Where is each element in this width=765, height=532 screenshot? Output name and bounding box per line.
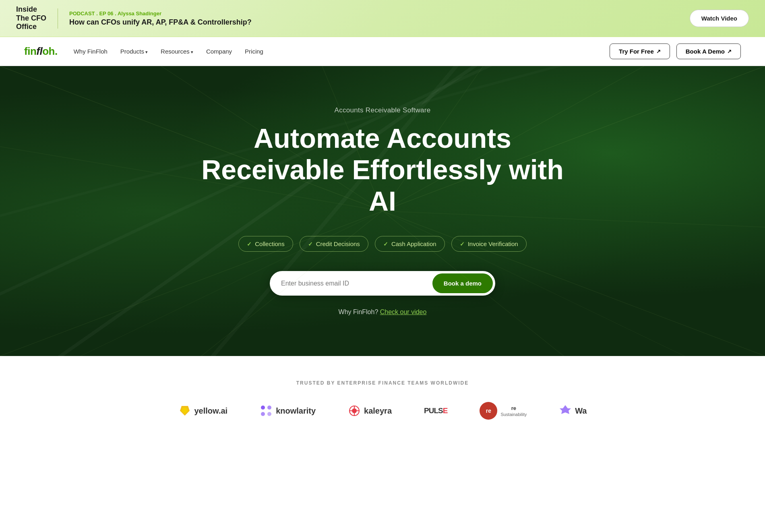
why-finfloh-text: Why FinFloh? Check our video bbox=[339, 308, 427, 316]
kaleyra-name: kaleyra bbox=[364, 406, 392, 416]
banner-text-block: PODCAST . EP 06 . Alyssa Shadinger How c… bbox=[69, 10, 252, 27]
yellow-ai-name: yellow.ai bbox=[194, 406, 228, 416]
nav-left: finfloh. Why FinFloh Products Resources … bbox=[24, 45, 263, 58]
kaleyra-logo: kaleyra bbox=[348, 404, 392, 417]
check-video-link[interactable]: Check our video bbox=[380, 308, 427, 315]
svg-marker-26 bbox=[560, 405, 571, 414]
pill-collections: ✓ Collections bbox=[238, 236, 293, 252]
logos-row: yellow.ai knowlarity bbox=[32, 402, 733, 420]
podcast-label: PODCAST . EP 06 . Alyssa Shadinger bbox=[69, 10, 252, 17]
svg-point-18 bbox=[261, 412, 265, 416]
hero-subtitle: Accounts Receivable Software bbox=[335, 106, 431, 114]
nav-right: Try For Free Book A Demo bbox=[610, 43, 741, 59]
pill-collections-label: Collections bbox=[255, 240, 284, 247]
feature-pills: ✓ Collections ✓ Credit Decisions ✓ Cash … bbox=[238, 236, 526, 252]
re-name: re bbox=[500, 405, 527, 411]
cfo-office-logo: Inside The CFO Office bbox=[16, 5, 46, 31]
pulse-name: PULSE bbox=[424, 406, 447, 415]
kaleyra-icon bbox=[348, 404, 361, 417]
yellow-ai-logo: yellow.ai bbox=[178, 404, 228, 417]
svg-point-17 bbox=[267, 406, 271, 410]
banner-divider bbox=[58, 8, 58, 29]
re-icon: re bbox=[480, 402, 497, 420]
pill-credit-label: Credit Decisions bbox=[316, 240, 360, 247]
navbar: finfloh. Why FinFloh Products Resources … bbox=[0, 37, 765, 66]
svg-point-16 bbox=[261, 406, 265, 410]
trusted-section: TRUSTED BY ENTERPRISE FINANCE TEAMS WORL… bbox=[0, 356, 765, 444]
nav-link-pricing[interactable]: Pricing bbox=[245, 48, 263, 55]
svg-point-21 bbox=[352, 408, 357, 413]
hero-title: Automate Accounts Receivable Effortlessl… bbox=[201, 122, 564, 217]
re-sustainability-logo: re re Sustainability bbox=[480, 402, 527, 420]
email-form: Book a demo bbox=[270, 271, 495, 296]
nav-item-company[interactable]: Company bbox=[206, 48, 232, 55]
wa-name: Wa bbox=[575, 406, 587, 416]
book-a-demo-button[interactable]: Book A Demo bbox=[676, 43, 741, 59]
pulse-logo: PULSE bbox=[424, 406, 447, 415]
nav-link-why[interactable]: Why FinFloh bbox=[74, 48, 108, 55]
nav-link-products[interactable]: Products bbox=[120, 48, 148, 55]
banner-left: Inside The CFO Office PODCAST . EP 06 . … bbox=[16, 5, 252, 31]
svg-point-19 bbox=[267, 412, 271, 416]
nav-link-company[interactable]: Company bbox=[206, 48, 232, 55]
try-for-free-button[interactable]: Try For Free bbox=[610, 43, 670, 59]
pill-credit-decisions: ✓ Credit Decisions bbox=[300, 236, 368, 252]
nav-item-products[interactable]: Products bbox=[120, 48, 148, 55]
check-icon-invoice: ✓ bbox=[460, 241, 465, 247]
knowlarity-icon bbox=[260, 404, 273, 417]
yellow-ai-icon bbox=[178, 404, 191, 417]
nav-item-why[interactable]: Why FinFloh bbox=[74, 48, 108, 55]
check-icon-collections: ✓ bbox=[247, 241, 252, 247]
nav-item-pricing[interactable]: Pricing bbox=[245, 48, 263, 55]
top-banner: Inside The CFO Office PODCAST . EP 06 . … bbox=[0, 0, 765, 37]
wa-logo: Wa bbox=[559, 404, 587, 417]
pill-cash-label: Cash Application bbox=[391, 240, 436, 247]
trusted-label: TRUSTED BY ENTERPRISE FINANCE TEAMS WORL… bbox=[32, 380, 733, 386]
nav-links: Why FinFloh Products Resources Company P… bbox=[74, 48, 263, 55]
nav-item-resources[interactable]: Resources bbox=[161, 48, 193, 55]
watch-video-button[interactable]: Watch Video bbox=[690, 10, 749, 27]
book-demo-button[interactable]: Book a demo bbox=[432, 273, 493, 293]
pill-cash-application: ✓ Cash Application bbox=[375, 236, 445, 252]
check-icon-credit: ✓ bbox=[308, 241, 313, 247]
nav-link-resources[interactable]: Resources bbox=[161, 48, 193, 55]
wa-icon bbox=[559, 404, 572, 417]
pill-invoice-verification: ✓ Invoice Verification bbox=[451, 236, 527, 252]
finfloh-logo[interactable]: finfloh. bbox=[24, 45, 58, 58]
podcast-title: How can CFOs unify AR, AP, FP&A & Contro… bbox=[69, 18, 252, 27]
pill-invoice-label: Invoice Verification bbox=[468, 240, 518, 247]
hero-section: Accounts Receivable Software Automate Ac… bbox=[0, 66, 765, 356]
check-icon-cash: ✓ bbox=[383, 241, 388, 247]
email-input[interactable] bbox=[270, 271, 430, 296]
knowlarity-name: knowlarity bbox=[276, 406, 316, 416]
knowlarity-logo: knowlarity bbox=[260, 404, 316, 417]
re-subtitle: Sustainability bbox=[500, 412, 527, 417]
